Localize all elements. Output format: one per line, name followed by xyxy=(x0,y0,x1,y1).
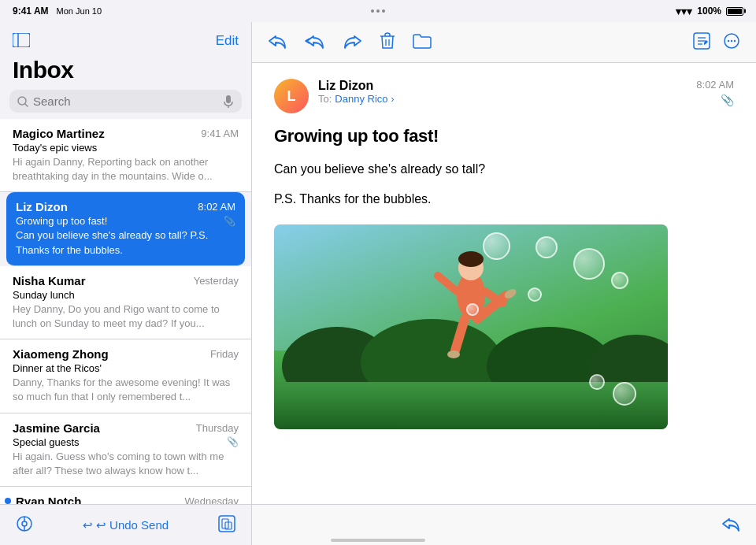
more-button[interactable] xyxy=(723,32,740,53)
battery-icon xyxy=(726,7,743,16)
reply-all-button[interactable] xyxy=(304,32,326,53)
trash-button[interactable] xyxy=(380,32,395,53)
email-body: Can you believe she's already so tall? P… xyxy=(274,159,734,209)
bubble-2 xyxy=(536,236,558,258)
wifi-icon: ▾▾▾ xyxy=(676,6,692,17)
email-image-attachment xyxy=(274,224,668,429)
more-icon xyxy=(723,32,740,50)
status-bar-center xyxy=(371,9,385,13)
detail-bottom-bar xyxy=(252,504,756,545)
attachment-icon: 📎 xyxy=(224,216,235,227)
dots-indicator xyxy=(371,9,385,13)
folder-icon xyxy=(413,33,432,49)
email-from: Liz Dizon xyxy=(318,79,687,93)
trash-icon xyxy=(380,32,395,50)
mail-list-toolbar: Edit xyxy=(0,22,251,57)
status-time: 9:41 AM xyxy=(13,6,49,17)
svg-point-20 xyxy=(728,39,729,41)
mail-item-header: Xiaomeng Zhong Friday xyxy=(13,347,239,361)
svg-rect-4 xyxy=(226,95,231,103)
forward-button[interactable] xyxy=(343,32,362,53)
reply-icon xyxy=(268,32,287,50)
undo-send-label: ↩ Undo Send xyxy=(96,518,169,532)
search-input[interactable] xyxy=(33,95,218,108)
filter-button[interactable] xyxy=(16,515,33,536)
svg-point-22 xyxy=(734,39,736,41)
detail-toolbar xyxy=(252,22,756,63)
mail-sender: Nisha Kumar xyxy=(13,274,86,287)
dot1 xyxy=(371,9,374,13)
search-bar[interactable] xyxy=(9,90,242,113)
mail-items-list: Magico Martinez 9:41 AM Today's epic vie… xyxy=(0,119,251,504)
svg-line-32 xyxy=(455,319,465,350)
reply-bottom-icon xyxy=(721,515,740,532)
mail-subject: Sunday lunch xyxy=(13,289,239,301)
dot3 xyxy=(382,9,385,13)
email-header-right: 8:02 AM 📎 xyxy=(696,79,734,106)
mail-subject: Dinner at the Ricos' xyxy=(13,362,239,374)
mail-item[interactable]: Xiaomeng Zhong Friday Dinner at the Rico… xyxy=(0,339,251,413)
mail-preview: Hey Danny, Do you and Rigo want to come … xyxy=(13,302,239,331)
mail-item-header: Jasmine Garcia Thursday xyxy=(13,421,239,435)
mail-item[interactable]: Magico Martinez 9:41 AM Today's epic vie… xyxy=(0,119,251,192)
svg-point-7 xyxy=(22,521,27,526)
mail-time: Wednesday xyxy=(185,495,239,504)
email-body-paragraph-1: Can you believe she's already so tall? xyxy=(274,159,734,180)
bubble-6 xyxy=(613,382,636,406)
mail-item[interactable]: Liz Dizon 8:02 AM Growing up too fast! 📎… xyxy=(6,192,245,265)
sidebar-toggle-button[interactable] xyxy=(13,33,35,49)
mail-preview: Hi again. Guess who's coming to town wit… xyxy=(13,450,239,478)
mail-preview: Can you believe she's already so tall? P… xyxy=(16,228,235,257)
email-subject: Growing up too fast! xyxy=(274,126,734,146)
chevron-right-icon: › xyxy=(391,94,395,105)
mail-item[interactable]: Ryan Notch Wednesday Out of town Howdy, … xyxy=(0,487,251,504)
mail-sender: Magico Martinez xyxy=(13,127,105,140)
undo-send-button[interactable]: ↩ ↩ Undo Send xyxy=(83,518,169,532)
email-to-address[interactable]: Danny Rico xyxy=(335,93,387,105)
email-content: L Liz Dizon To: Danny Rico › 8:02 AM 📎 G… xyxy=(252,63,756,504)
mail-subject: Special guests 📎 xyxy=(13,436,239,448)
mail-subject: Growing up too fast! 📎 xyxy=(16,215,235,227)
inbox-title-bar: Inbox xyxy=(0,57,251,90)
email-meta: Liz Dizon To: Danny Rico › xyxy=(318,79,687,105)
mail-time: Yesterday xyxy=(194,275,239,287)
email-header: L Liz Dizon To: Danny Rico › 8:02 AM 📎 xyxy=(274,79,734,113)
battery-fill xyxy=(728,9,742,14)
unread-indicator xyxy=(5,498,11,504)
bubble-3 xyxy=(611,272,628,289)
svg-point-21 xyxy=(731,39,732,41)
mail-time: Thursday xyxy=(196,422,239,434)
mail-sender: Liz Dizon xyxy=(16,200,68,213)
list-bottom-bar: ↩ ↩ Undo Send xyxy=(0,504,251,545)
mail-sender: Xiaomeng Zhong xyxy=(13,347,109,361)
undo-send-icon: ↩ xyxy=(83,518,93,532)
new-compose-button[interactable] xyxy=(693,32,710,53)
microphone-icon xyxy=(223,95,234,108)
mail-time: 9:41 AM xyxy=(201,128,239,139)
svg-rect-0 xyxy=(13,33,30,47)
compose-button[interactable] xyxy=(218,515,235,536)
mail-item[interactable]: Jasmine Garcia Thursday Special guests 📎… xyxy=(0,413,251,487)
mail-item-header: Ryan Notch Wednesday xyxy=(13,495,239,504)
mail-list-panel: Edit Inbox Magico Martinez xyxy=(0,22,252,545)
mail-sender: Jasmine Garcia xyxy=(13,421,100,435)
mail-subject: Today's epic views xyxy=(13,142,239,154)
detail-toolbar-right xyxy=(693,32,740,53)
status-bar-right: ▾▾▾ 100% xyxy=(676,6,743,17)
svg-point-34 xyxy=(447,350,460,358)
email-body-paragraph-2: P.S. Thanks for the bubbles. xyxy=(274,189,734,209)
reply-button[interactable] xyxy=(268,32,287,53)
edit-button[interactable]: Edit xyxy=(216,33,239,49)
sidebar-icon xyxy=(13,33,30,47)
reply-bottom-button[interactable] xyxy=(721,515,740,536)
folder-button[interactable] xyxy=(413,33,432,52)
status-date: Mon Jun 10 xyxy=(57,6,102,16)
search-icon xyxy=(17,96,28,107)
mail-preview: Danny, Thanks for the awesome evening! I… xyxy=(13,376,239,404)
detail-toolbar-left xyxy=(268,32,432,53)
reply-all-icon xyxy=(304,32,326,50)
mail-item-header: Magico Martinez 9:41 AM xyxy=(13,127,239,140)
sender-avatar: L xyxy=(274,79,309,113)
email-timestamp: 8:02 AM xyxy=(696,79,734,91)
mail-item[interactable]: Nisha Kumar Yesterday Sunday lunch Hey D… xyxy=(0,266,251,339)
